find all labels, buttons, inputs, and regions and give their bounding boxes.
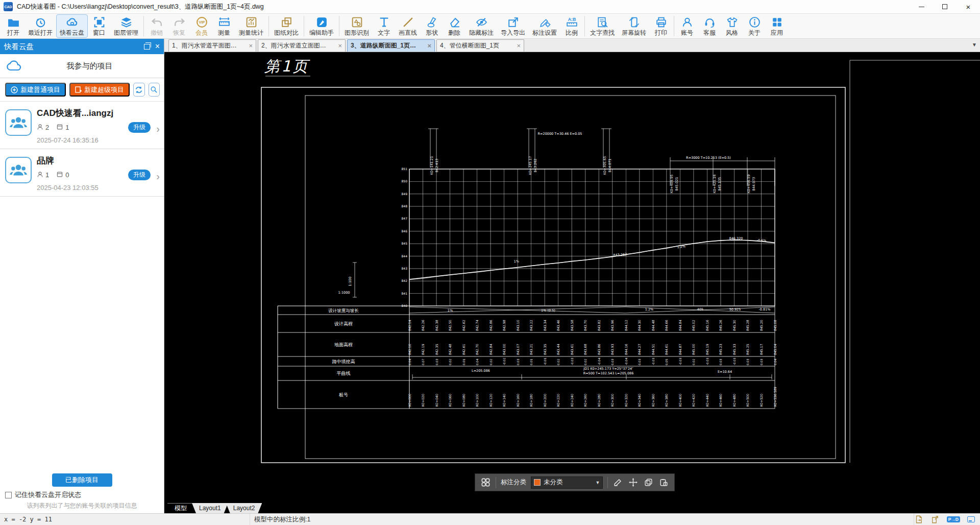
edit-annotation-icon[interactable] — [612, 477, 623, 488]
drawing-tab-4[interactable]: 4、管位横断面图_1页× — [436, 39, 524, 52]
toolbar-shape-recognize[interactable]: 图形识别 — [341, 14, 373, 38]
toolbar-measure[interactable]: 测量 — [213, 14, 235, 38]
layer-manager-icon — [120, 16, 133, 29]
move-annotation-icon[interactable] — [628, 477, 639, 488]
toolbar-theme[interactable]: 风格 — [721, 14, 743, 38]
toolbar-rotate-screen[interactable]: 屏幕旋转 — [618, 14, 650, 38]
svg-text:842.413: 842.413 — [435, 159, 439, 173]
paste-annotation-icon[interactable] — [658, 477, 669, 488]
member-icon — [37, 171, 43, 179]
panel-close-icon[interactable]: × — [155, 42, 160, 51]
cad-canvas[interactable]: 第1页851850849848847846845844843842841840设… — [164, 52, 980, 513]
layout-tab-layout2[interactable]: Layout2 — [226, 503, 262, 513]
search-projects-button[interactable] — [149, 83, 160, 97]
toolbar-scale-ratio[interactable]: A:B比例 — [560, 14, 583, 38]
classify-dropdown[interactable]: 未分类 ▼ — [531, 476, 603, 489]
tab-close-icon[interactable]: × — [517, 42, 521, 50]
drawing-tab-1[interactable]: 1、雨污水管道平面图…× — [168, 39, 256, 52]
toolbar-annotation-settings[interactable]: 标注设置 — [529, 14, 560, 38]
titlebar[interactable]: CAD CAD快速看图 - C:\Users\liangzj\Desktop\c… — [0, 0, 980, 14]
toolbar-recent-open[interactable]: 最近打开 — [24, 14, 56, 38]
remember-row: 记住快看云盘开启状态 — [0, 490, 164, 499]
toolbar-cloud-drive[interactable]: 快看云盘 — [56, 14, 88, 38]
tab-close-icon[interactable]: × — [249, 42, 253, 50]
plus-circle-icon — [11, 86, 18, 93]
project-date: 2025-07-24 16:35:16 — [37, 136, 160, 144]
project-avatar — [5, 109, 32, 136]
panel-toggle-icon[interactable] — [967, 516, 975, 522]
toolbar-separator — [268, 16, 269, 36]
pdf-to-dwg-icon[interactable]: P→D — [947, 516, 960, 523]
layout-tabs: 模型Layout1Layout2 — [167, 503, 260, 513]
svg-text:845.20: 845.20 — [760, 320, 763, 331]
maximize-button[interactable] — [933, 0, 957, 13]
toolbar-draw-line[interactable]: 画直线 — [395, 14, 421, 38]
toolbar-delete[interactable]: 删除 — [443, 14, 465, 38]
toolbar-rotate-screen-label: 屏幕旋转 — [622, 29, 646, 37]
project-item-2[interactable]: 品牌10升级2025-04-23 12:03:55› — [0, 149, 164, 197]
toolbar-window[interactable]: 窗口 — [88, 14, 110, 38]
toolbar-account[interactable]: 账号 — [676, 14, 698, 38]
toolbar-print[interactable]: 打印 — [650, 14, 672, 38]
svg-text:K0+220: K0+220 — [556, 394, 560, 407]
export-pdf-icon[interactable] — [914, 515, 923, 524]
toolbar-measure-stats[interactable]: 测量统计 — [235, 14, 267, 38]
project-item-1[interactable]: CAD快速看...iangzj21升级2025-07-24 16:35:16› — [0, 102, 164, 149]
remember-checkbox[interactable] — [5, 492, 12, 498]
minimize-button[interactable] — [910, 0, 933, 13]
layout-tab-模型[interactable]: 模型 — [167, 503, 194, 513]
upgrade-badge[interactable]: 升级 — [128, 170, 151, 180]
share-pdf-icon[interactable] — [930, 515, 940, 524]
toolbar-layer-manager[interactable]: 图层管理 — [110, 14, 142, 38]
tab-label: 1、雨污水管道平面图… — [172, 41, 247, 50]
svg-text:K0+140: K0+140 — [502, 394, 506, 407]
toolbar-vip[interactable]: VIP会员 — [190, 14, 213, 38]
tab-overflow-button[interactable]: ▼ — [972, 42, 977, 47]
close-button[interactable]: × — [957, 0, 980, 13]
tab-close-icon[interactable]: × — [338, 42, 342, 50]
copy-annotation-icon[interactable] — [643, 477, 654, 488]
new-super-project-button[interactable]: 新建超级项目 — [69, 83, 130, 97]
sync-button[interactable] — [133, 83, 145, 97]
toolbar-import-export[interactable]: 导入导出 — [497, 14, 529, 38]
deleted-projects-button[interactable]: 已删除项目 — [52, 473, 112, 487]
toolbar-support-label: 客服 — [703, 29, 716, 37]
svg-text:K0+536.589: K0+536.589 — [773, 387, 777, 407]
new-normal-project-button[interactable]: 新建普通项目 — [5, 83, 66, 97]
toolbar-shapes[interactable]: 形状 — [421, 14, 443, 38]
toolbar-hide-annotation[interactable]: 隐藏标注 — [465, 14, 497, 38]
svg-text:842.19: 842.19 — [421, 344, 425, 355]
apps-icon — [771, 16, 783, 29]
tab-close-icon[interactable]: × — [427, 42, 431, 50]
layout-tab-layout1[interactable]: Layout1 — [192, 503, 228, 513]
toolbar-import-export-label: 导入导出 — [501, 29, 525, 37]
svg-text:-0.01: -0.01 — [544, 357, 547, 365]
project-buttons-row: 新建普通项目 新建超级项目 — [0, 78, 164, 102]
toolbar-shapes-label: 形状 — [426, 29, 438, 37]
classify-grid-icon[interactable] — [480, 477, 491, 488]
svg-text:845.19: 845.19 — [705, 344, 709, 355]
svg-text:K0+245.17: K0+245.17 — [528, 156, 532, 175]
chevron-right-icon[interactable]: › — [156, 171, 160, 182]
panel-float-icon[interactable] — [144, 44, 150, 50]
svg-text:843: 843 — [402, 267, 408, 270]
toolbar-text[interactable]: 文字 — [373, 14, 395, 38]
svg-text:842.48: 842.48 — [448, 344, 452, 355]
toolbar-open[interactable]: 打开 — [2, 14, 24, 38]
toolbar-about[interactable]: 关于 — [743, 14, 766, 38]
svg-text:844.84: 844.84 — [678, 320, 682, 331]
toolbar-edit-assistant[interactable]: 编辑助手 — [306, 14, 337, 38]
chevron-right-icon[interactable]: › — [156, 123, 160, 135]
toolbar-about-label: 关于 — [748, 29, 761, 37]
svg-text:1.2%: 1.2% — [645, 307, 654, 312]
upgrade-badge[interactable]: 升级 — [128, 122, 151, 133]
toolbar-text-label: 文字 — [378, 29, 390, 37]
drawing-tab-3[interactable]: 3、道路纵断面图_1页…× — [347, 39, 435, 52]
toolbar-drawing-compare[interactable]: 图纸对比 — [271, 14, 302, 38]
toolbar-support[interactable]: 客服 — [698, 14, 721, 38]
annotation-settings-icon — [538, 16, 551, 29]
toolbar-find-text[interactable]: 文字查找 — [586, 14, 618, 38]
toolbar-apps[interactable]: 应用 — [766, 14, 788, 38]
svg-text:-0.03: -0.03 — [571, 357, 574, 365]
drawing-tab-2[interactable]: 2、雨污水管道立面图…× — [258, 39, 346, 52]
